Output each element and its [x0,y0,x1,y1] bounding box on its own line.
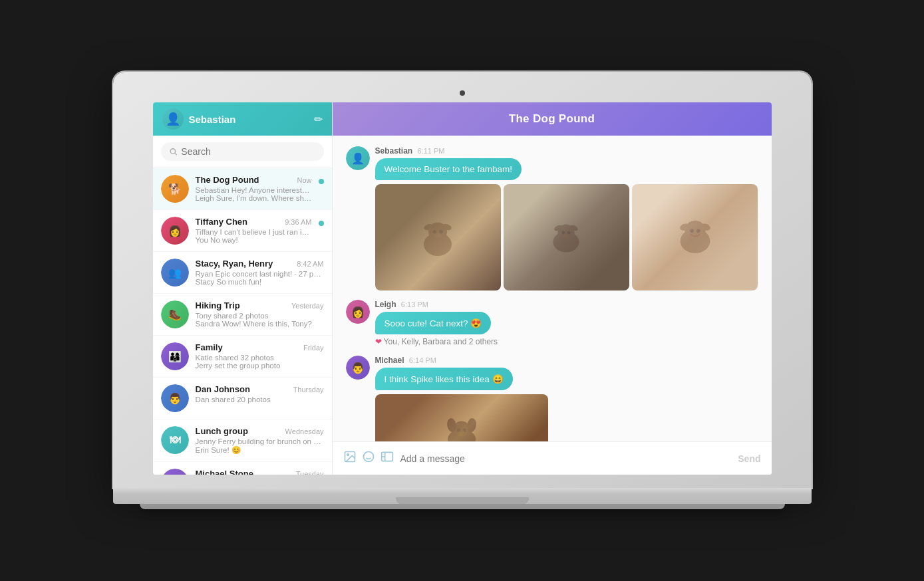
svg-point-30 [347,454,349,456]
user-avatar: 👤 [162,108,184,130]
photo-grid-dogs [375,184,758,290]
laptop-container: 👤 Sebastian ✏ [113,72,812,509]
sidebar: 👤 Sebastian ✏ [153,102,333,475]
leigh-reaction: ❤ You, Kelly, Barbara and 2 others [375,337,758,346]
conv-content: Tiffany Chen 9:36 AM Tiffany I can't bel… [196,217,312,244]
conv-content: Hiking Trip Yesterday Tony shared 2 phot… [196,300,324,328]
conv-content: Michael Stone Tuesday Michael shared 10 … [196,469,324,475]
search-icon [169,147,178,156]
conv-item-michael[interactable]: 👨 Michael Stone Tuesday Michael shared 1… [153,462,332,475]
unread-dot [319,221,324,226]
svg-point-13 [562,231,565,235]
edit-icon[interactable]: ✏ [314,113,323,126]
sidebar-username: Sebastian [189,114,236,125]
camera-dot [460,90,465,96]
screen: 👤 Sebastian ✏ [153,102,772,475]
message-content-sebastian: Sebastian 6:11 PM Welcome Buster to the … [375,146,758,290]
message-input[interactable] [400,453,732,464]
conv-item-stacy[interactable]: 👥 Stacy, Ryan, Henry 8:42 AM Ryan Epic c… [153,252,332,294]
message-group-leigh: 👩 Leigh 6:13 PM Sooo cute! Cat next? 😍 ❤… [346,300,758,346]
message-group-michael: 👨 Michael 6:14 PM I think Spike likes th… [346,356,758,441]
svg-point-8 [434,233,442,238]
svg-point-15 [563,234,570,238]
svg-line-1 [174,153,176,155]
conv-item-tiffany[interactable]: 👩 Tiffany Chen 9:36 AM Tiffany I can't b… [153,210,332,252]
sticker-icon[interactable] [381,450,394,467]
conv-avatar-family: 👨‍👩‍👦 [161,342,189,370]
conv-item-family[interactable]: 👨‍👩‍👦 Family Friday Katie shared 32 phot… [153,336,332,378]
conv-item-lunch[interactable]: 🍽 Lunch group Wednesday Jenny Ferry buil… [153,419,332,462]
search-input-wrap[interactable] [161,142,324,161]
svg-point-28 [458,431,466,437]
message-content-michael: Michael 6:14 PM I think Spike likes this… [375,356,758,441]
photo-dog-2 [504,184,629,290]
search-input[interactable] [181,146,315,157]
conv-item-dan[interactable]: 👨 Dan Johnson Thursday Dan shared 20 pho… [153,378,332,419]
svg-point-20 [690,229,694,233]
message-group-sebastian: 👤 Sebastian 6:11 PM Welcome Buster to th… [346,146,758,290]
message-content-leigh: Leigh 6:13 PM Sooo cute! Cat next? 😍 ❤ Y… [375,300,758,346]
laptop-base [113,488,812,504]
unread-dot [319,179,324,184]
conv-content: Lunch group Wednesday Jenny Ferry buildi… [196,426,324,455]
photo-dog-1 [375,184,501,290]
conv-avatar-michael: 👨 [161,469,189,475]
svg-point-17 [685,221,705,241]
conv-avatar-lunch: 🍽 [161,426,189,454]
message-sender-row-michael: 👨 Michael 6:14 PM I think Spike likes th… [346,356,758,441]
msg-avatar-sebastian: 👤 [346,146,370,170]
conv-avatar-dog-pound: 🐕 [161,175,189,203]
conv-avatar-tiffany: 👩 [161,217,189,245]
photo-spike [375,394,548,441]
conversation-list: 🐕 The Dog Pound Now Sebastian Hey! Anyon… [153,168,332,475]
svg-point-0 [170,149,175,154]
conv-item-dog-pound[interactable]: 🐕 The Dog Pound Now Sebastian Hey! Anyon… [153,168,332,210]
sidebar-header: 👤 Sebastian ✏ [153,102,332,136]
svg-point-14 [567,231,571,235]
screen-bezel: 👤 Sebastian ✏ [113,72,812,488]
chat-messages: 👤 Sebastian 6:11 PM Welcome Buster to th… [333,136,772,441]
chat-input-bar: Send [333,441,772,475]
conv-content: The Dog Pound Now Sebastian Hey! Anyone … [196,175,312,202]
emoji-icon[interactable] [362,450,375,467]
photo-dog-3 [632,184,758,290]
conv-content: Dan Johnson Thursday Dan shared 20 photo… [196,384,324,404]
message-sender-row: 👤 Sebastian 6:11 PM Welcome Buster to th… [346,146,758,290]
message-bubble: Welcome Buster to the fambam! [375,158,522,180]
svg-point-6 [432,230,436,234]
svg-point-21 [696,229,700,233]
svg-point-7 [439,230,443,234]
chat-main: The Dog Pound 👤 Sebastian 6:11 [333,102,772,475]
msg-avatar-leigh: 👩 [346,300,370,324]
message-bubble-michael: I think Spike likes this idea 😄 [375,368,513,390]
conv-avatar-stacy: 👥 [161,259,189,287]
send-button[interactable]: Send [738,453,760,464]
chat-header: The Dog Pound [333,102,772,136]
search-bar [153,136,332,168]
svg-point-26 [456,428,460,431]
chat-title: The Dog Pound [509,112,595,126]
input-icons [343,450,394,467]
image-icon[interactable] [343,450,357,467]
msg-avatar-michael: 👨 [346,356,370,380]
conv-content: Family Friday Katie shared 32 photos Jer… [196,342,324,370]
conv-content: Stacy, Ryan, Henry 8:42 AM Ryan Epic con… [196,259,324,286]
conv-avatar-dan: 👨 [161,384,189,412]
message-sender-row-leigh: 👩 Leigh 6:13 PM Sooo cute! Cat next? 😍 ❤… [346,300,758,346]
conv-item-hiking[interactable]: 🥾 Hiking Trip Yesterday Tony shared 2 ph… [153,294,332,336]
message-bubble-leigh: Sooo cute! Cat next? 😍 [375,312,492,334]
svg-point-27 [462,428,466,431]
photo-grid-spike [375,394,758,441]
svg-point-31 [363,452,373,462]
conv-avatar-hiking: 🥾 [161,300,189,328]
laptop-foot [140,504,785,509]
sidebar-user: 👤 Sebastian [162,108,236,130]
